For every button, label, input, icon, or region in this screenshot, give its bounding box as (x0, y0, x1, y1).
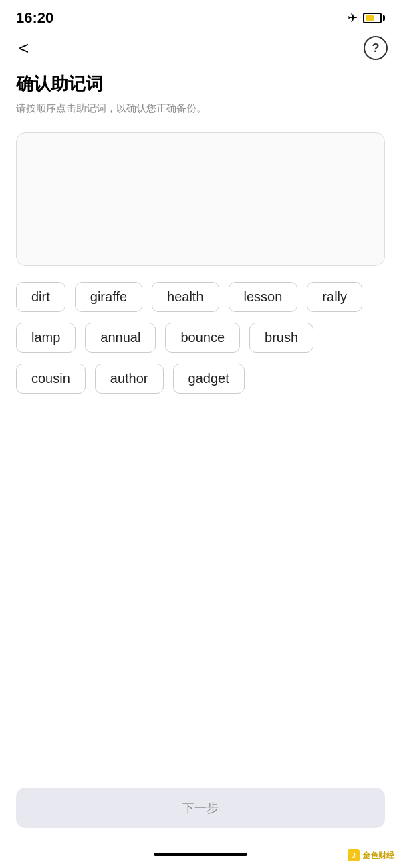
battery-icon (363, 13, 385, 23)
status-bar: 16:20 ✈ (0, 0, 401, 33)
back-button[interactable]: < (13, 37, 34, 59)
word-chip-rally[interactable]: rally (307, 282, 362, 312)
help-button[interactable]: ? (364, 36, 388, 60)
word-chip-lamp[interactable]: lamp (16, 323, 76, 353)
next-button[interactable]: 下一步 (16, 788, 385, 828)
word-chip-cousin[interactable]: cousin (16, 364, 86, 394)
page-title: 确认助记词 (16, 72, 385, 96)
next-button-wrapper: 下一步 (16, 788, 385, 828)
page-header: 确认助记词 请按顺序点击助记词，以确认您正确备份。 (0, 67, 401, 127)
word-chip-dirt[interactable]: dirt (16, 282, 65, 312)
watermark-icon: J (348, 849, 360, 861)
word-grid: dirtgiraffehealthlessonrallylampannualbo… (0, 279, 401, 396)
battery-tip (383, 15, 385, 21)
watermark-text: 金色财经 (362, 850, 394, 861)
status-time: 16:20 (16, 9, 53, 27)
word-chip-bounce[interactable]: bounce (165, 323, 240, 353)
battery-body (363, 13, 382, 23)
status-icons: ✈ (348, 11, 385, 25)
confirm-box (16, 132, 385, 266)
battery-fill (366, 15, 374, 21)
watermark: J 金色财经 (348, 849, 394, 861)
word-chip-health[interactable]: health (152, 282, 219, 312)
word-chip-gadget[interactable]: gadget (173, 364, 245, 394)
home-indicator (154, 853, 247, 856)
page-subtitle: 请按顺序点击助记词，以确认您正确备份。 (16, 101, 385, 116)
airplane-icon: ✈ (348, 11, 358, 25)
word-chip-author[interactable]: author (95, 364, 164, 394)
word-chip-annual[interactable]: annual (85, 323, 156, 353)
word-chip-giraffe[interactable]: giraffe (75, 282, 142, 312)
nav-row: < ? (0, 33, 401, 67)
word-chip-lesson[interactable]: lesson (229, 282, 298, 312)
word-chip-brush[interactable]: brush (249, 323, 313, 353)
